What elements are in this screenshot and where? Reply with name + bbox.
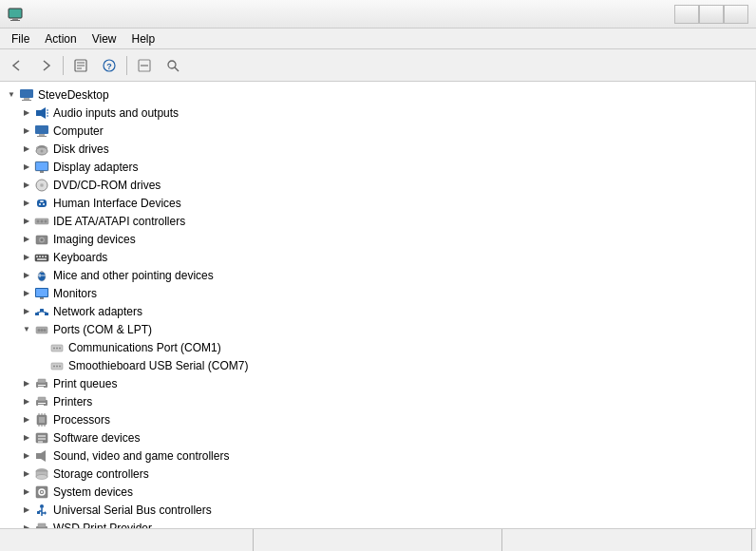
close-button[interactable] — [724, 5, 748, 24]
tree-toggle-processors[interactable]: ▶ — [19, 412, 34, 428]
svg-rect-56 — [36, 289, 47, 296]
tree-toggle-storage[interactable]: ▶ — [19, 466, 34, 482]
tree-view[interactable]: ▼SteveDesktop▶Audio inputs and outputs▶C… — [0, 82, 756, 528]
menu-action[interactable]: Action — [37, 30, 84, 48]
svg-rect-76 — [38, 379, 46, 383]
tree-icon-imaging — [34, 232, 49, 247]
tree-label-network: Network adapters — [53, 305, 142, 318]
tree-toggle-printq[interactable]: ▶ — [19, 376, 34, 391]
menu-file[interactable]: File — [4, 30, 37, 48]
svg-rect-60 — [45, 313, 48, 315]
tree-label-disk: Disk drives — [53, 142, 109, 156]
forward-button[interactable] — [32, 53, 59, 78]
title-bar-controls[interactable] — [674, 5, 748, 24]
tree-label-printq: Print queues — [53, 377, 117, 390]
properties-button[interactable] — [67, 53, 94, 78]
svg-rect-78 — [38, 387, 44, 388]
svg-text:?: ? — [106, 62, 112, 71]
tree-item-computer[interactable]: ▶Computer — [0, 122, 755, 140]
svg-rect-84 — [39, 417, 45, 423]
tree-toggle-keyboard[interactable]: ▶ — [19, 250, 34, 265]
tree-label-monitors: Monitors — [53, 287, 97, 300]
menu-view[interactable]: View — [85, 30, 124, 48]
svg-rect-37 — [40, 200, 44, 202]
tree-toggle-disk[interactable]: ▶ — [19, 142, 34, 157]
tree-item-ide[interactable]: ▶IDE ATA/ATAPI controllers — [0, 212, 755, 230]
svg-point-103 — [40, 504, 44, 508]
tree-item-sound[interactable]: ▶Sound, video and game controllers — [0, 446, 755, 465]
svg-point-27 — [41, 149, 44, 152]
tree-toggle-system[interactable]: ▶ — [19, 484, 34, 500]
tree-item-monitors[interactable]: ▶Monitors — [0, 284, 755, 302]
back-button[interactable] — [4, 53, 30, 78]
tree-item-imaging[interactable]: ▶Imaging devices — [0, 230, 755, 248]
tree-toggle-dvd[interactable]: ▶ — [19, 178, 34, 193]
tree-toggle-sound[interactable]: ▶ — [19, 448, 34, 464]
tree-toggle-wsd[interactable]: ▶ — [19, 521, 34, 529]
scan-button[interactable] — [160, 53, 186, 78]
tree-item-system[interactable]: ▶System devices — [0, 483, 755, 501]
tree-item-processors[interactable]: ▶Processors — [0, 410, 755, 428]
svg-point-11 — [168, 61, 176, 68]
tree-icon-disk — [34, 142, 49, 157]
tree-icon-keyboard — [34, 250, 49, 265]
tree-toggle-computer[interactable]: ▶ — [19, 124, 34, 139]
svg-rect-81 — [38, 403, 46, 404]
tree-item-printers[interactable]: ▶Printers — [0, 392, 755, 410]
svg-marker-96 — [41, 450, 46, 462]
tree-toggle-usb[interactable]: ▶ — [19, 503, 34, 518]
svg-rect-46 — [36, 256, 38, 257]
svg-point-99 — [36, 474, 47, 479]
tree-toggle-ide[interactable]: ▶ — [19, 214, 34, 229]
tree-item-usb[interactable]: ▶Universal Serial Bus controllers — [0, 501, 755, 519]
tree-item-disk[interactable]: ▶Disk drives — [0, 140, 755, 158]
tree-toggle-printers[interactable]: ▶ — [19, 394, 34, 409]
maximize-button[interactable] — [699, 5, 724, 24]
svg-point-66 — [44, 329, 47, 332]
tree-item-mice[interactable]: ▶Mice and other pointing devices — [0, 266, 755, 284]
tree-icon-printq — [34, 376, 49, 391]
tree-icon-mice — [34, 268, 49, 283]
minimize-button[interactable] — [674, 5, 699, 24]
tree-item-keyboard[interactable]: ▶Keyboards — [0, 248, 755, 266]
tree-toggle-imaging[interactable]: ▶ — [19, 232, 34, 247]
tree-item-audio[interactable]: ▶Audio inputs and outputs — [0, 104, 755, 122]
tree-item-wsd[interactable]: ▶WSD Print Provider — [0, 519, 755, 528]
tree-item-com7[interactable]: Smoothieboard USB Serial (COM7) — [0, 356, 755, 374]
tree-label-sound: Sound, video and game controllers — [53, 449, 229, 463]
tree-toggle-monitors[interactable]: ▶ — [19, 286, 34, 301]
tree-label-storage: Storage controllers — [53, 467, 149, 481]
tree-item-network[interactable]: ▶Network adapters — [0, 302, 755, 320]
tree-label-hid: Human Interface Devices — [53, 197, 181, 210]
svg-rect-58 — [35, 313, 39, 315]
tree-label-computer: Computer — [53, 124, 104, 138]
tree-item-ports[interactable]: ▼Ports (COM & LPT) — [0, 320, 755, 338]
tree-item-dvd[interactable]: ▶DVD/CD-ROM drives — [0, 176, 755, 194]
svg-point-73 — [56, 365, 58, 367]
tree-item-storage[interactable]: ▶Storage controllers — [0, 465, 755, 483]
menu-help[interactable]: Help — [124, 30, 163, 48]
help-button[interactable]: ? — [96, 53, 123, 78]
tree-toggle-display[interactable]: ▶ — [19, 160, 34, 175]
tree-item-display[interactable]: ▶Display adapters — [0, 158, 755, 176]
tree-icon-monitors — [34, 286, 49, 301]
tree-toggle-network[interactable]: ▶ — [19, 304, 34, 319]
tree-toggle-hid[interactable]: ▶ — [19, 196, 34, 211]
tree-item-software[interactable]: ▶Software devices — [0, 428, 755, 446]
tree-toggle-audio[interactable]: ▶ — [19, 105, 34, 121]
tree-item-hid[interactable]: ▶Human Interface Devices — [0, 194, 755, 212]
menu-bar: File Action View Help — [0, 28, 756, 49]
tree-toggle-ports[interactable]: ▼ — [19, 322, 34, 337]
tree-item-com1[interactable]: Communications Port (COM1) — [0, 338, 755, 356]
main-content: ▼SteveDesktop▶Audio inputs and outputs▶C… — [0, 82, 756, 528]
tree-toggle-software[interactable]: ▶ — [19, 430, 34, 446]
svg-rect-16 — [36, 110, 41, 116]
tree-item-root[interactable]: ▼SteveDesktop — [0, 86, 755, 104]
tree-label-usb: Universal Serial Bus controllers — [53, 504, 212, 517]
tree-toggle-mice[interactable]: ▶ — [19, 268, 34, 283]
tree-icon-ports — [34, 322, 49, 337]
tree-label-com7: Smoothieboard USB Serial (COM7) — [68, 359, 248, 372]
tree-item-printq[interactable]: ▶Print queues — [0, 374, 755, 392]
uninstall-button[interactable] — [131, 53, 158, 78]
tree-toggle-root[interactable]: ▼ — [4, 87, 19, 103]
